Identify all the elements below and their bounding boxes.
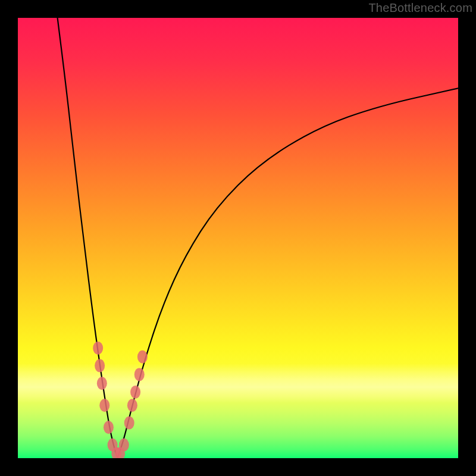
marker-dot — [124, 416, 134, 430]
curve-group — [58, 18, 458, 458]
watermark-text: TheBottleneck.com — [368, 1, 472, 15]
chart-svg — [18, 18, 458, 458]
marker-dot — [95, 359, 105, 372]
curve-left-branch — [58, 18, 118, 458]
marker-dot — [104, 421, 114, 434]
plot-area — [18, 18, 458, 458]
marker-dot — [99, 399, 109, 412]
marker-dot — [137, 350, 148, 364]
marker-dot — [93, 342, 103, 355]
chart-frame: TheBottleneck.com — [0, 0, 476, 476]
marker-dot — [134, 368, 145, 381]
marker-group — [93, 342, 148, 458]
curve-right-branch — [117, 88, 458, 458]
marker-dot — [119, 439, 129, 452]
marker-dot — [130, 386, 140, 399]
marker-dot — [97, 377, 107, 390]
marker-dot — [127, 399, 137, 412]
